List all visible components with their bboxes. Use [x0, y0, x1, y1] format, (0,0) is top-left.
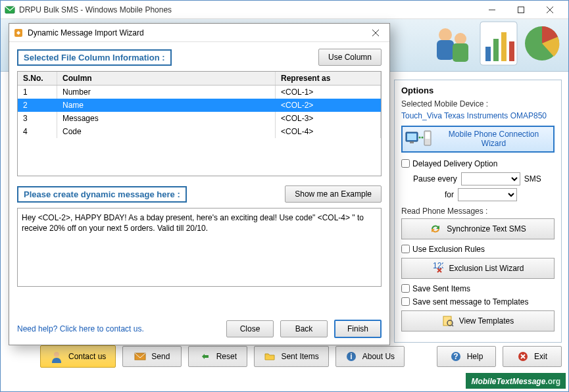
exit-label: Exit — [534, 352, 547, 361]
about-us-button[interactable]: i About Us — [335, 346, 405, 367]
exclusion-label: Use Exclusion Rules — [412, 245, 485, 254]
save-sent-checkbox-row: Save Sent Items — [401, 284, 555, 293]
close-button[interactable]: Close — [226, 320, 274, 337]
exclusion-icon: 123 — [432, 262, 443, 274]
dialog-footer: Need help? Click here to contact us. Clo… — [17, 320, 382, 338]
window-controls — [478, 1, 564, 18]
templates-icon — [442, 315, 454, 327]
synchronize-sms-button[interactable]: Synchronize Text SMS — [401, 218, 555, 239]
delayed-delivery-checkbox[interactable] — [401, 159, 410, 168]
header-sno: S.No. — [18, 72, 57, 85]
watermark-text: MobileTextMessage — [471, 377, 545, 386]
svg-text:?: ? — [453, 352, 458, 361]
pause-every-select[interactable] — [461, 172, 520, 185]
read-phone-label: Read Phone Messages : — [401, 207, 555, 216]
header-represent: Represent as — [276, 72, 381, 85]
header-column: Coulmn — [57, 72, 276, 85]
cell-column: Number — [57, 86, 276, 99]
info-icon: i — [345, 351, 357, 362]
monitor-phone-icon — [405, 130, 432, 148]
bar-chart-icon — [479, 20, 518, 66]
exit-button[interactable]: Exit — [503, 346, 562, 367]
main-title: DRPU Bulk SMS - Windows Mobile Phones — [19, 5, 478, 14]
cell-represent: <COL-3> — [276, 112, 381, 125]
exit-icon — [517, 351, 529, 362]
save-template-checkbox-row: Save sent message to Templates — [401, 297, 555, 306]
device-name-link[interactable]: Touch_Viva Texas Instruments OMAP850 — [401, 111, 555, 120]
bottom-toolbar: Contact us Send Reset Sent Items i About… — [7, 345, 562, 368]
table-row[interactable]: 1Number<COL-1> — [18, 86, 381, 99]
column-info-label: Selected File Column Information : — [17, 49, 172, 66]
view-templates-button[interactable]: View Templates — [401, 310, 555, 331]
svg-point-19 — [422, 137, 424, 139]
exclusion-checkbox[interactable] — [401, 245, 410, 253]
help-button[interactable]: ? Help — [437, 346, 496, 367]
wizard-button-label: Mobile Phone Connection Wizard — [437, 130, 551, 149]
svg-rect-16 — [407, 134, 416, 140]
cell-represent: <COL-4> — [276, 125, 381, 138]
header-graphics — [429, 20, 562, 66]
save-template-checkbox[interactable] — [401, 297, 410, 306]
svg-line-25 — [452, 325, 453, 326]
svg-rect-13 — [509, 41, 514, 61]
show-example-button[interactable]: Show me an Example — [285, 185, 382, 203]
connection-wizard-button[interactable]: Mobile Phone Connection Wizard — [401, 126, 555, 153]
pie-chart-icon — [522, 24, 562, 63]
reset-icon — [199, 351, 211, 362]
sms-suffix: SMS — [524, 174, 541, 184]
svg-rect-21 — [426, 132, 430, 139]
dialog-close-button[interactable] — [366, 24, 385, 41]
send-button[interactable]: Send — [122, 346, 182, 367]
exclusion-wizard-button[interactable]: 123 Exclusion List Wizard — [401, 258, 555, 279]
dialog-titlebar: Dynamic Message Import Wizard — [9, 24, 389, 42]
svg-point-26 — [54, 352, 59, 357]
minimize-button[interactable] — [478, 1, 507, 18]
save-sent-checkbox[interactable] — [401, 284, 410, 293]
main-titlebar: DRPU Bulk SMS - Windows Mobile Phones — [1, 1, 568, 19]
contact-us-button[interactable]: Contact us — [40, 345, 116, 368]
sent-items-button[interactable]: Sent Items — [254, 346, 328, 367]
people-icon — [429, 20, 475, 66]
exclusion-checkbox-row: Use Exclusion Rules — [401, 245, 555, 254]
options-title: Options — [401, 86, 555, 95]
table-row[interactable]: 2Name<COL-2> — [18, 99, 381, 112]
contact-label: Contact us — [68, 352, 106, 361]
column-grid[interactable]: S.No. Coulmn Represent as 1Number<COL-1>… — [17, 71, 382, 176]
pause-every-row: Pause every SMS — [413, 172, 555, 185]
wizard-icon — [13, 28, 24, 38]
svg-rect-6 — [437, 40, 454, 60]
dialog-body: Selected File Column Information : Use C… — [9, 42, 389, 295]
svg-point-5 — [439, 28, 452, 41]
maximize-button[interactable] — [507, 1, 535, 18]
exclusion-button-label: Exclusion List Wizard — [449, 264, 524, 273]
close-button[interactable] — [535, 1, 564, 18]
cell-sno: 1 — [18, 86, 57, 99]
use-column-button[interactable]: Use Column — [318, 49, 382, 66]
message-header: Please create dynamic message here : Sho… — [17, 185, 382, 203]
person-icon — [50, 350, 63, 363]
for-select[interactable] — [458, 188, 517, 201]
message-section-label: Please create dynamic message here : — [17, 186, 187, 203]
main-window: DRPU Bulk SMS - Windows Mobile Phones Op… — [0, 0, 569, 392]
app-icon — [5, 5, 15, 15]
svg-rect-8 — [453, 43, 468, 62]
sync-button-label: Synchronize Text SMS — [447, 224, 526, 233]
table-row[interactable]: 4Code<COL-4> — [18, 125, 381, 138]
svg-rect-11 — [493, 39, 499, 61]
svg-rect-12 — [501, 32, 507, 61]
back-button[interactable]: Back — [280, 320, 328, 337]
reset-button[interactable]: Reset — [188, 346, 247, 367]
help-link[interactable]: Need help? Click here to contact us. — [17, 324, 220, 333]
sync-icon — [430, 223, 441, 235]
message-textarea[interactable] — [17, 208, 382, 287]
cell-column: Messages — [57, 112, 276, 125]
view-templates-label: View Templates — [459, 316, 514, 326]
svg-rect-10 — [485, 47, 491, 61]
watermark-suffix: .org — [545, 377, 560, 386]
finish-button[interactable]: Finish — [334, 320, 382, 338]
pause-every-label: Pause every — [413, 174, 457, 184]
selected-device-label: Selected Mobile Device : — [401, 99, 555, 109]
cell-sno: 3 — [18, 112, 57, 125]
table-row[interactable]: 3Messages<COL-3> — [18, 112, 381, 125]
svg-point-7 — [455, 33, 466, 45]
